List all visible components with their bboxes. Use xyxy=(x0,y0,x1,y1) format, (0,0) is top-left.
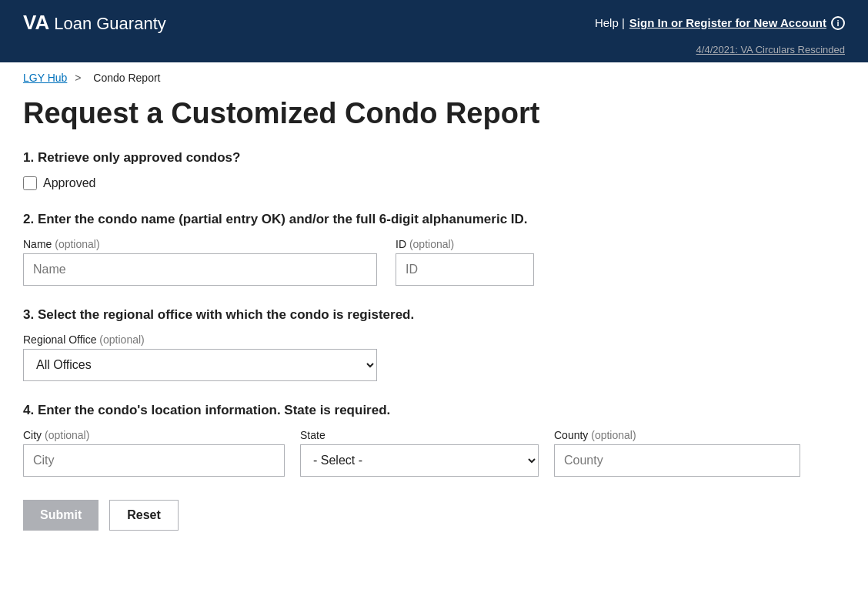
site-header: VA Loan Guaranty Help | Sign In or Regis… xyxy=(0,0,868,62)
regional-label: Regional Office (optional) xyxy=(23,333,823,346)
logo-text: Loan Guaranty xyxy=(54,14,166,34)
section-approved-condos: 1. Retrieve only approved condos? Approv… xyxy=(23,150,823,190)
id-group: ID (optional) xyxy=(396,238,534,286)
location-row: City (optional) State - Select - AL AK A… xyxy=(23,429,823,477)
help-text: Help | xyxy=(595,16,625,29)
state-select[interactable]: - Select - AL AK AZ AR CA CO CT DE FL GA… xyxy=(300,444,539,477)
breadcrumb: LGY Hub > Condo Report xyxy=(0,62,868,89)
section-location: 4. Enter the condo's location informatio… xyxy=(23,403,823,477)
county-input[interactable] xyxy=(554,444,800,477)
name-input[interactable] xyxy=(23,253,377,286)
section1-label: 1. Retrieve only approved condos? xyxy=(23,150,823,166)
announcement-bar: 4/4/2021: VA Circulars Rescinded xyxy=(23,42,845,62)
main-content: Request a Customized Condo Report 1. Ret… xyxy=(0,89,846,561)
signin-link[interactable]: Sign In or Register for New Account xyxy=(629,16,826,29)
header-nav: Help | Sign In or Register for New Accou… xyxy=(595,16,845,30)
page-title: Request a Customized Condo Report xyxy=(23,96,823,132)
approved-checkbox[interactable] xyxy=(23,176,37,190)
county-group: County (optional) xyxy=(554,429,800,477)
section-regional-office: 3. Select the regional office with which… xyxy=(23,307,823,381)
county-label: County (optional) xyxy=(554,429,800,441)
site-logo: VA Loan Guaranty xyxy=(23,11,166,35)
announcement-link[interactable]: 4/4/2021: VA Circulars Rescinded xyxy=(696,44,845,55)
name-group: Name (optional) xyxy=(23,238,377,286)
regional-office-select[interactable]: All Offices Denver Houston Los Angeles N… xyxy=(23,349,377,381)
state-label: State xyxy=(300,429,539,441)
breadcrumb-separator: > xyxy=(75,72,81,84)
id-label: ID (optional) xyxy=(396,238,534,250)
regional-group: Regional Office (optional) All Offices D… xyxy=(23,333,823,381)
section2-label: 2. Enter the condo name (partial entry O… xyxy=(23,212,823,227)
info-icon[interactable]: i xyxy=(831,16,845,30)
city-input[interactable] xyxy=(23,444,285,477)
city-label: City (optional) xyxy=(23,429,285,441)
approved-checkbox-row: Approved xyxy=(23,176,823,190)
button-row: Submit Reset xyxy=(23,500,823,531)
reset-button[interactable]: Reset xyxy=(109,500,179,531)
section4-label: 4. Enter the condo's location informatio… xyxy=(23,403,823,418)
id-input[interactable] xyxy=(396,253,534,286)
state-group: State - Select - AL AK AZ AR CA CO CT DE… xyxy=(300,429,539,477)
logo-va: VA xyxy=(23,11,49,35)
breadcrumb-current: Condo Report xyxy=(93,72,160,84)
name-label: Name (optional) xyxy=(23,238,377,250)
breadcrumb-home[interactable]: LGY Hub xyxy=(23,72,67,84)
name-id-row: Name (optional) ID (optional) xyxy=(23,238,823,286)
approved-label[interactable]: Approved xyxy=(43,176,96,190)
section3-label: 3. Select the regional office with which… xyxy=(23,307,823,323)
city-group: City (optional) xyxy=(23,429,285,477)
submit-button[interactable]: Submit xyxy=(23,500,98,531)
section-condo-name-id: 2. Enter the condo name (partial entry O… xyxy=(23,212,823,286)
